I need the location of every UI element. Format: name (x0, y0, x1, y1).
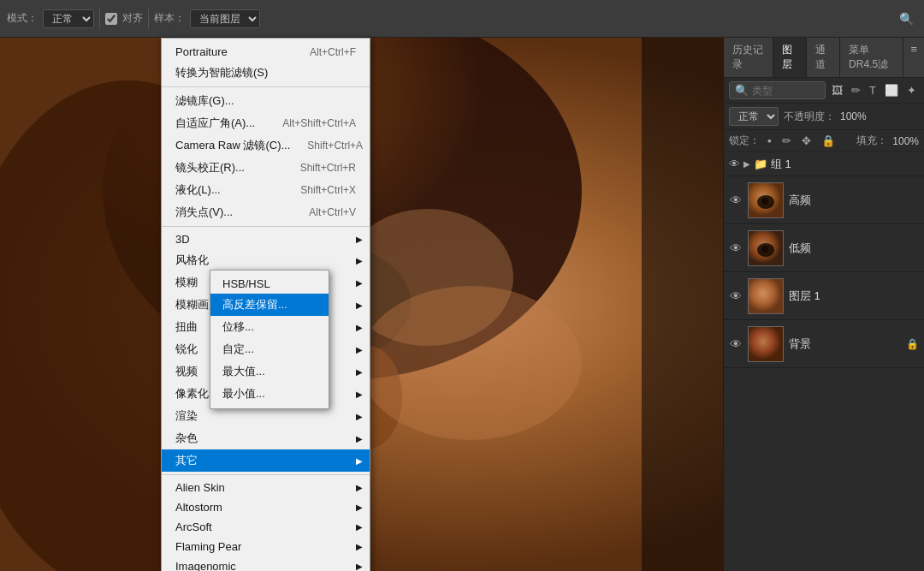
shortcut-camera_raw: Shift+Ctrl+A (307, 140, 363, 152)
fill-value: 100% (892, 135, 919, 147)
menu-label-adaptive_angle: 自适应广角(A)... (175, 116, 255, 131)
tab-dr[interactable]: 菜单DR4.5滤 (840, 38, 903, 77)
submenu-item-maximum[interactable]: 最大值... (210, 360, 329, 383)
sep1 (99, 9, 100, 29)
menu-item-flaming_pear[interactable]: Flaming Pear (162, 537, 370, 556)
layer-item[interactable]: 👁 低频 (724, 224, 924, 272)
menu-label-portraiture: Portraiture (175, 45, 228, 58)
group-arrow[interactable]: ▶ (743, 159, 750, 169)
menu-label-render: 渲染 (175, 408, 198, 424)
menu-label-stylize: 风格化 (175, 253, 209, 268)
svg-point-13 (761, 198, 768, 205)
submenu-item-high_pass[interactable]: 高反差保留... (210, 294, 329, 316)
menu-separator (162, 226, 370, 227)
layer-item[interactable]: 👁 图层 1 (724, 272, 924, 320)
icon-text[interactable]: T (867, 82, 879, 98)
search-icon[interactable]: 🔍 (896, 10, 917, 27)
sep2 (148, 9, 149, 29)
blend-mode-dropdown[interactable]: 正常 (729, 107, 779, 126)
sample-section: 样本： 当前图层 (154, 9, 260, 28)
menu-item-stylize[interactable]: 风格化 (162, 249, 370, 271)
menu-item-arcsoft[interactable]: ArcSoft (162, 517, 370, 537)
submenu-item-offset[interactable]: 位移... (210, 316, 329, 338)
submenu-label-offset: 位移... (222, 319, 254, 335)
layer-visibility-icon[interactable]: 👁 (729, 241, 743, 255)
menu-label-convert_smart: 转换为智能滤镜(S) (175, 65, 268, 80)
menu-item-portraiture[interactable]: PortraitureAlt+Ctrl+F (162, 42, 370, 62)
icon-image[interactable]: 🖼 (829, 82, 845, 98)
thumb-svg (749, 279, 784, 314)
menu-item-noise[interactable]: 杂色 (162, 427, 370, 449)
shortcut-liquefy: Shift+Ctrl+X (300, 184, 356, 196)
menu-label-imagenomic: Imagenomic (175, 560, 236, 571)
menu-label-gallery: 滤镜库(G)... (175, 93, 234, 109)
lock-brush[interactable]: ✏ (779, 133, 794, 149)
layer-name: 低频 (789, 241, 919, 256)
folder-icon: 📁 (754, 158, 767, 170)
submenu-label-maximum: 最大值... (222, 364, 265, 379)
menu-label-altostorm: Altostorm (175, 501, 222, 514)
search-input[interactable] (752, 85, 820, 97)
layer-visibility-icon[interactable]: 👁 (729, 337, 743, 351)
menu-item-alien_skin[interactable]: Alien Skin (162, 478, 370, 497)
submenu-other: HSB/HSL高反差保留...位移...自定...最大值...最小值... (210, 270, 329, 409)
panel-more[interactable]: ≡ (903, 38, 924, 77)
menu-item-adaptive_angle[interactable]: 自适应广角(A)...Alt+Shift+Ctrl+A (162, 112, 370, 134)
submenu-label-custom: 自定... (222, 342, 254, 357)
align-section: 对齐 (105, 11, 143, 26)
mode-label: 模式： (7, 11, 38, 26)
layer-item[interactable]: 👁 背景🔒 (724, 320, 924, 368)
svg-point-9 (359, 286, 582, 440)
submenu-item-minimum[interactable]: 最小值... (210, 383, 329, 405)
right-panel: 历史记录 图层 通道 菜单DR4.5滤 ≡ 🔍 🖼 ✏ T ⬜ ✦ 正常 不透明… (723, 38, 924, 571)
submenu-label-minimum: 最小值... (222, 386, 265, 401)
menu-label-pixel: 像素化 (175, 386, 209, 401)
mode-section: 模式： 正常 (7, 9, 94, 28)
tab-channels[interactable]: 通道 (807, 38, 840, 77)
tab-layers[interactable]: 图层 (773, 38, 807, 77)
menu-item-altostorm[interactable]: Altostorm (162, 497, 370, 517)
align-checkbox[interactable] (105, 13, 117, 25)
menu-label-liquefy: 液化(L)... (175, 182, 221, 198)
menu-separator (162, 86, 370, 87)
eye-icon-group[interactable]: 👁 (729, 158, 740, 170)
menu-item-3d[interactable]: 3D (162, 229, 370, 249)
icon-shape[interactable]: ⬜ (882, 82, 901, 98)
menu-label-noise: 杂色 (175, 431, 198, 446)
menu-label-blur: 模糊 (175, 275, 198, 290)
menu-item-liquefy[interactable]: 液化(L)...Shift+Ctrl+X (162, 179, 370, 201)
menu-item-gallery[interactable]: 滤镜库(G)... (162, 90, 370, 112)
layer-lock-icon: 🔒 (906, 338, 919, 350)
icon-brush[interactable]: ✏ (849, 82, 863, 98)
lock-label: 锁定： (729, 134, 760, 148)
submenu-item-custom[interactable]: 自定... (210, 338, 329, 360)
tab-history[interactable]: 历史记录 (724, 38, 773, 77)
layer-thumbnail (748, 182, 784, 218)
menu-item-lens_correct[interactable]: 镜头校正(R)...Shift+Ctrl+R (162, 157, 370, 179)
menu-item-vanishing[interactable]: 消失点(V)...Alt+Ctrl+V (162, 201, 370, 223)
lock-all[interactable]: 🔒 (819, 133, 838, 149)
submenu-item-hsb_hsl[interactable]: HSB/HSL (210, 274, 329, 294)
lock-move[interactable]: ✥ (799, 133, 814, 149)
opacity-value: 100% (840, 110, 867, 122)
menu-label-lens_correct: 镜头校正(R)... (175, 160, 245, 175)
menu-item-camera_raw[interactable]: Camera Raw 滤镜(C)...Shift+Ctrl+A (162, 134, 370, 157)
layer-visibility-icon[interactable]: 👁 (729, 193, 743, 207)
menu-label-alien_skin: Alien Skin (175, 481, 225, 494)
menu-label-camera_raw: Camera Raw 滤镜(C)... (175, 138, 290, 153)
menu-item-convert_smart[interactable]: 转换为智能滤镜(S) (162, 62, 370, 84)
menu-label-arcsoft: ArcSoft (175, 520, 212, 533)
layer-item[interactable]: 👁 高频 (724, 176, 924, 224)
sample-dropdown[interactable]: 当前图层 (190, 9, 260, 28)
lock-transparent[interactable]: ▪ (765, 133, 774, 149)
layer-name: 背景 (789, 336, 901, 352)
search-type-icon: 🔍 (735, 84, 749, 97)
svg-rect-18 (749, 327, 784, 362)
layer-visibility-icon[interactable]: 👁 (729, 289, 743, 303)
menu-item-imagenomic[interactable]: Imagenomic (162, 556, 370, 571)
icon-effect[interactable]: ✦ (904, 82, 919, 98)
group-name: 组 1 (771, 157, 791, 172)
menu-item-other[interactable]: 其它 (162, 449, 370, 472)
menu-label-video: 视频 (175, 364, 198, 379)
mode-dropdown[interactable]: 正常 (43, 9, 94, 28)
